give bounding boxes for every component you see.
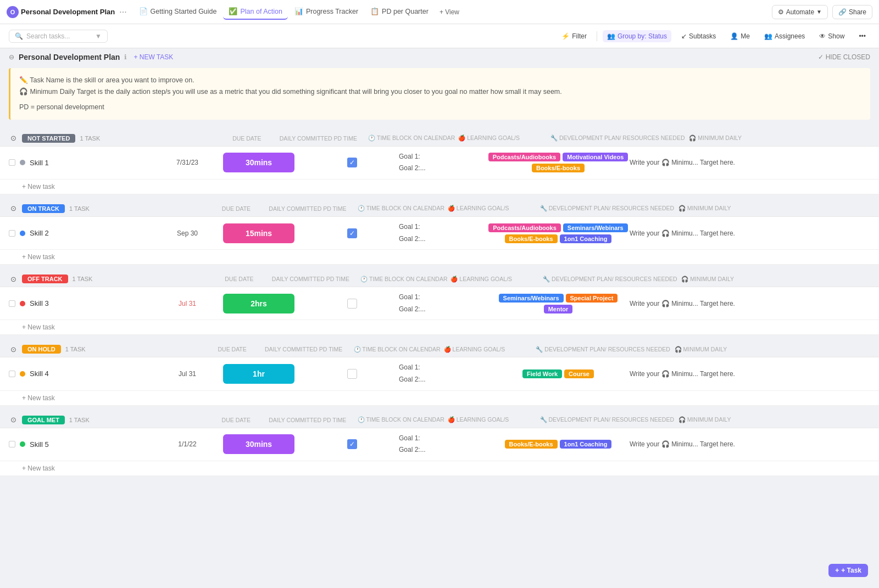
col-min-goal-met: 🎧 MINIMUM DAILY bbox=[678, 416, 870, 423]
status-header-cols: DUE DATE DAILY COMMITTED PD TIME 🕐 TIME … bbox=[98, 205, 870, 212]
collapse-button-off-track[interactable]: ⊙ bbox=[9, 275, 18, 283]
task-checkbox[interactable] bbox=[9, 300, 15, 307]
status-count-on-hold: 1 TASK bbox=[65, 346, 86, 352]
add-view-button[interactable]: + View bbox=[435, 6, 464, 18]
col-due-goal-met: DUE DATE bbox=[212, 417, 261, 423]
tag-books/e-books: Books/E-books bbox=[532, 164, 585, 172]
calendar-checkbox-unchecked[interactable] bbox=[347, 369, 357, 379]
calendar-cell[interactable]: ✓ bbox=[305, 439, 399, 449]
new-task-row-not-started[interactable]: + New task bbox=[0, 180, 879, 194]
calendar-checkbox-checked[interactable]: ✓ bbox=[347, 158, 357, 167]
getting-started-icon: 📄 bbox=[139, 7, 148, 15]
goal1: Goal 1: bbox=[399, 433, 487, 445]
new-task-button[interactable]: + NEW TASK bbox=[133, 53, 173, 61]
dev-resources-cell: Books/E-books1on1 Coaching bbox=[487, 440, 630, 449]
share-icon: 🔗 bbox=[838, 8, 847, 16]
status-header-on-track: ⊙ ON TRACK 1 TASK DUE DATE DAILY COMMITT… bbox=[0, 201, 879, 217]
learning-cell: Goal 1: Goal 2:... bbox=[399, 151, 487, 175]
assignees-button[interactable]: 👥 Assignees bbox=[760, 30, 809, 42]
tab-getting-started[interactable]: 📄 Getting Started Guide bbox=[133, 4, 222, 20]
calendar-cell[interactable]: ✓ bbox=[305, 158, 399, 167]
col-due-on-track: DUE DATE bbox=[212, 205, 261, 212]
collapse-button-not-started[interactable]: ⊙ bbox=[9, 134, 18, 143]
tab-progress-tracker[interactable]: 📊 Progress Tracker bbox=[289, 4, 364, 20]
group-by-button[interactable]: 👥 Group by: Status bbox=[603, 30, 671, 42]
more-options-button[interactable]: ··· bbox=[119, 7, 126, 17]
collapse-button-on-track[interactable]: ⊙ bbox=[9, 204, 18, 213]
learning-cell: Goal 1: Goal 2:... bbox=[399, 362, 487, 385]
task-name: Skill 3 bbox=[30, 299, 49, 307]
tab-plan-of-action[interactable]: ✅ Plan of Action bbox=[223, 4, 287, 20]
tag-books/e-books: Books/E-books bbox=[505, 234, 558, 243]
collapse-button-on-hold[interactable]: ⊙ bbox=[9, 345, 18, 354]
calendar-checkbox-checked[interactable]: ✓ bbox=[347, 228, 357, 238]
info-icon[interactable]: ℹ bbox=[124, 53, 127, 61]
subtasks-icon: ↙ bbox=[681, 32, 687, 40]
col-cal-not-started: 🕐 TIME BLOCK ON CALENDAR bbox=[365, 135, 458, 142]
task-name: Skill 4 bbox=[30, 369, 49, 378]
min-daily-cell: Write your 🎧 Minimu... Target here. bbox=[630, 370, 870, 378]
calendar-cell[interactable]: ✓ bbox=[305, 228, 399, 238]
collapse-button-goal-met[interactable]: ⊙ bbox=[9, 416, 18, 424]
list-expand-icon[interactable]: ⊖ bbox=[9, 53, 14, 61]
automate-button[interactable]: ⚙ Automate ▼ bbox=[772, 5, 828, 19]
section-spacer bbox=[0, 124, 879, 131]
show-button[interactable]: 👁 Show bbox=[815, 30, 849, 42]
col-dev-not-started: 🔧 DEVELOPMENT PLAN/ RESOURCES NEEDED bbox=[546, 135, 689, 142]
task-checkbox[interactable] bbox=[9, 441, 15, 447]
filter-icon: ⚡ bbox=[561, 32, 570, 40]
search-box[interactable]: 🔍 Search tasks... ▼ bbox=[9, 30, 108, 43]
new-task-row-on-hold[interactable]: + New task bbox=[0, 391, 879, 406]
search-dropdown-icon[interactable]: ▼ bbox=[95, 32, 102, 40]
tag-podcasts/audiobooks: Podcasts/Audiobooks bbox=[488, 153, 561, 161]
status-count-goal-met: 1 TASK bbox=[69, 417, 90, 423]
app-icon: O bbox=[7, 6, 19, 18]
filter-button[interactable]: ⚡ Filter bbox=[557, 30, 591, 42]
subtasks-button[interactable]: ↙ Subtasks bbox=[677, 30, 720, 42]
calendar-cell[interactable] bbox=[305, 369, 399, 379]
section-spacer bbox=[0, 194, 879, 201]
goal2: Goal 2:... bbox=[399, 233, 487, 245]
main-content: ⊖ Personal Development Plan ℹ + NEW TASK… bbox=[0, 48, 879, 476]
calendar-checkbox-checked[interactable]: ✓ bbox=[347, 439, 357, 449]
tag-books/e-books: Books/E-books bbox=[505, 440, 558, 449]
more-options-toolbar-button[interactable]: ••• bbox=[854, 30, 870, 42]
min-daily-cell: Write your 🎧 Minimu... Target here. bbox=[630, 300, 870, 307]
calendar-checkbox-unchecked[interactable] bbox=[347, 299, 357, 309]
calendar-cell[interactable] bbox=[305, 299, 399, 309]
tag-mentor: Mentor bbox=[544, 305, 573, 313]
min-daily-cell: Write your 🎧 Minimu... Target here. bbox=[630, 229, 870, 237]
goal1: Goal 1: bbox=[399, 362, 487, 374]
hide-closed-button[interactable]: ✓ HIDE CLOSED bbox=[818, 53, 870, 61]
me-button[interactable]: 👤 Me bbox=[726, 30, 754, 42]
pd-time-badge: 30mins bbox=[223, 153, 294, 172]
task-checkbox[interactable] bbox=[9, 371, 15, 377]
task-name: Skill 5 bbox=[30, 440, 49, 449]
col-due-on-hold: DUE DATE bbox=[208, 346, 257, 352]
status-header-not-started: ⊙ NOT STARTED 1 TASK DUE DATE DAILY COMM… bbox=[0, 131, 879, 147]
goal2: Goal 2:... bbox=[399, 304, 487, 316]
tab-pd-per-quarter[interactable]: 📋 PD per Quarter bbox=[365, 4, 434, 20]
new-task-row-on-track[interactable]: + New task bbox=[0, 250, 879, 265]
new-task-row-off-track[interactable]: + New task bbox=[0, 320, 879, 335]
task-checkbox[interactable] bbox=[9, 159, 15, 166]
col-pd-goal-met: DAILY COMMITTED PD TIME bbox=[261, 417, 354, 423]
share-button[interactable]: 🔗 Share bbox=[832, 5, 872, 19]
list-title: Personal Development Plan bbox=[19, 53, 120, 61]
col-learn-on-track: 🍎 LEARNING GOAL/S bbox=[448, 205, 536, 212]
check-icon: ✓ bbox=[349, 229, 355, 237]
status-count-off-track: 1 TASK bbox=[73, 276, 93, 282]
due-date-cell: Jul 31 bbox=[163, 300, 212, 307]
min-daily-cell: Write your 🎧 Minimu... Target here. bbox=[630, 440, 870, 448]
automate-icon: ⚙ bbox=[778, 8, 784, 16]
new-task-row-goal-met[interactable]: + New task bbox=[0, 461, 879, 476]
task-checkbox[interactable] bbox=[9, 230, 15, 237]
learning-cell: Goal 1: Goal 2:... bbox=[399, 292, 487, 315]
nav-right: ⚙ Automate ▼ 🔗 Share bbox=[772, 5, 872, 19]
ellipsis-icon: ••• bbox=[859, 32, 866, 40]
tag-seminars/webinars: Seminars/Webinars bbox=[499, 294, 564, 303]
due-date-cell: 1/1/22 bbox=[163, 440, 212, 448]
col-learn-off-track: 🍎 LEARNING GOAL/S bbox=[450, 276, 538, 283]
goal1: Goal 1: bbox=[399, 292, 487, 304]
col-due-not-started: DUE DATE bbox=[222, 135, 271, 142]
